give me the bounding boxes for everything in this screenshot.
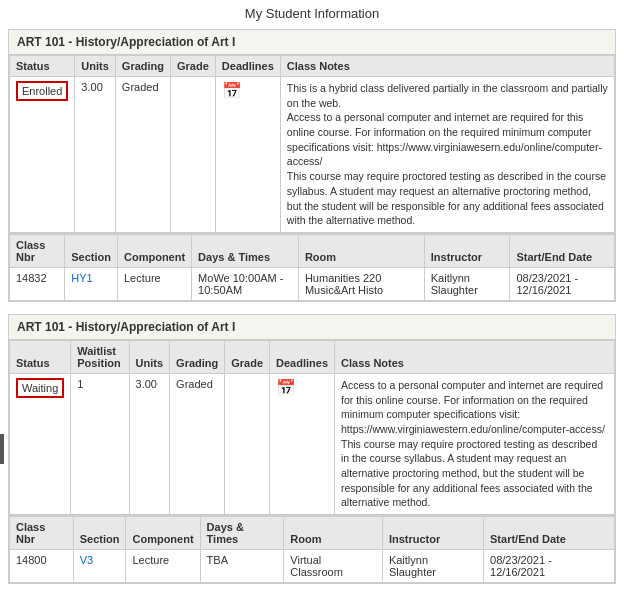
status-cell-2: Waiting — [10, 373, 71, 514]
deadlines-cell-2[interactable]: 📅 — [270, 373, 335, 514]
waiting-badge: Waiting — [16, 378, 64, 398]
col2-header-waitlist: Waitlist Position — [71, 340, 129, 373]
course-header-1: ART 101 - History/Appreciation of Art I — [9, 30, 615, 55]
days-times-1: MoWe 10:00AM - 10:50AM — [192, 267, 299, 300]
deadlines-icon-1[interactable]: 📅 — [222, 82, 242, 99]
component-1: Lecture — [118, 267, 192, 300]
detail2-col-component: Component — [126, 516, 200, 550]
col2-header-class-notes: Class Notes — [335, 340, 615, 373]
detail-col-instructor: Instructor — [424, 234, 510, 268]
deadlines-cell-1[interactable]: 📅 — [215, 77, 280, 233]
detail2-col-class-nbr: Class Nbr — [10, 516, 74, 550]
grade-cell-1 — [171, 77, 216, 233]
status-cell-1: Enrolled — [10, 77, 75, 233]
col-header-class-notes: Class Notes — [280, 56, 614, 77]
col2-header-units: Units — [129, 340, 170, 373]
start-end-date-2: 08/23/2021 - 12/16/2021 — [484, 550, 615, 583]
col-header-units: Units — [75, 56, 116, 77]
col2-header-status: Status — [10, 340, 71, 373]
status-row-1: Enrolled 3.00 Graded 📅 This is a hybrid … — [10, 77, 615, 233]
units-cell-1: 3.00 — [75, 77, 116, 233]
detail-col-days-times: Days & Times — [192, 234, 299, 268]
detail2-col-section: Section — [73, 516, 126, 550]
class-notes-text-1: This is a hybrid class delivered partial… — [287, 81, 608, 228]
instructor-1: Kaitlynn Slaughter — [424, 267, 510, 300]
detail2-col-instructor: Instructor — [382, 516, 483, 550]
col-header-deadlines: Deadlines — [215, 56, 280, 77]
detail-col-component: Component — [118, 234, 192, 268]
component-2: Lecture — [126, 550, 200, 583]
detail-table-2: Class Nbr Section Component Days & Times… — [9, 515, 615, 583]
detail-col-start-end: Start/End Date — [510, 234, 615, 268]
units-cell-2: 3.00 — [129, 373, 170, 514]
status-row-2: Waiting 1 3.00 Graded 📅 Access to a pers… — [10, 373, 615, 514]
detail2-col-room: Room — [284, 516, 383, 550]
col-header-grade: Grade — [171, 56, 216, 77]
detail2-col-days-times: Days & Times — [200, 516, 284, 550]
section-link-1[interactable]: HY1 — [71, 272, 92, 284]
grading-cell-2: Graded — [170, 373, 225, 514]
section-2: V3 — [73, 550, 126, 583]
status-table-1: Status Units Grading Grade Deadlines Cla… — [9, 55, 615, 233]
page-title: My Student Information — [0, 0, 624, 29]
course-header-2: ART 101 - History/Appreciation of Art I — [9, 315, 615, 340]
detail-table-1: Class Nbr Section Component Days & Times… — [9, 233, 615, 301]
start-end-date-1: 08/23/2021 - 12/16/2021 — [510, 267, 615, 300]
col2-header-grade: Grade — [225, 340, 270, 373]
room-2: Virtual Classroom — [284, 550, 383, 583]
waitlist-pos-cell: 1 — [71, 373, 129, 514]
detail-col-class-nbr: Class Nbr — [10, 234, 65, 268]
detail-col-room: Room — [298, 234, 424, 268]
detail-row-1: 14832 HY1 Lecture MoWe 10:00AM - 10:50AM… — [10, 267, 615, 300]
class-nbr-2: 14800 — [10, 550, 74, 583]
course-block-2: ART 101 - History/Appreciation of Art I … — [8, 314, 616, 584]
col-header-status: Status — [10, 56, 75, 77]
section-1: HY1 — [65, 267, 118, 300]
course-2-wrapper: ART 101 - History/Appreciation of Art I … — [0, 314, 624, 584]
detail2-col-start-end: Start/End Date — [484, 516, 615, 550]
days-times-2: TBA — [200, 550, 284, 583]
section-link-2[interactable]: V3 — [80, 554, 93, 566]
grading-cell-1: Graded — [115, 77, 170, 233]
detail-row-2: 14800 V3 Lecture TBA Virtual Classroom K… — [10, 550, 615, 583]
class-notes-text-2: Access to a personal computer and intern… — [341, 378, 608, 510]
col2-header-deadlines: Deadlines — [270, 340, 335, 373]
grade-cell-2 — [225, 373, 270, 514]
class-notes-cell-2: Access to a personal computer and intern… — [335, 373, 615, 514]
col-header-grading: Grading — [115, 56, 170, 77]
course-block-1: ART 101 - History/Appreciation of Art I … — [8, 29, 616, 302]
deadlines-icon-2[interactable]: 📅 — [276, 379, 296, 396]
col2-header-grading: Grading — [170, 340, 225, 373]
status-table-2: Status Waitlist Position Units Grading G… — [9, 340, 615, 515]
class-notes-cell-1: This is a hybrid class delivered partial… — [280, 77, 614, 233]
detail-col-section: Section — [65, 234, 118, 268]
class-nbr-1: 14832 — [10, 267, 65, 300]
side-indicator — [0, 434, 4, 464]
instructor-2: Kaitlynn Slaughter — [382, 550, 483, 583]
room-1: Humanities 220 Music&Art Histo — [298, 267, 424, 300]
enrolled-badge: Enrolled — [16, 81, 68, 101]
